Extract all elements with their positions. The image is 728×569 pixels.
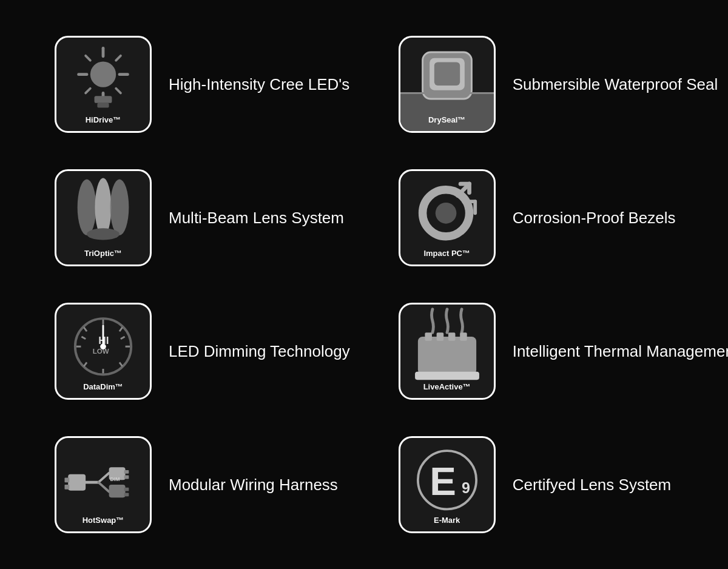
svg-rect-58 (124, 488, 129, 491)
svg-point-19 (87, 228, 120, 240)
trioptic-description: Multi-Beam Lens System (169, 209, 344, 227)
svg-rect-45 (448, 332, 456, 340)
impactpc-description: Corrosion-Proof Bezels (513, 209, 676, 227)
svg-line-40 (81, 337, 86, 339)
svg-line-41 (121, 337, 125, 339)
dryseal-description: Submersible Waterproof Seal (513, 75, 718, 94)
hidrive-icon-box: HiDrive™ (55, 36, 152, 133)
impactpc-label: Impact PC™ (423, 249, 470, 258)
svg-point-8 (90, 61, 116, 87)
svg-rect-46 (460, 332, 467, 340)
hidrive-label: HiDrive™ (86, 115, 121, 125)
svg-rect-47 (415, 372, 479, 380)
svg-point-16 (78, 179, 96, 235)
svg-line-7 (116, 89, 121, 93)
datadim-icon-box: HI LOW DataDim™ (55, 303, 152, 400)
svg-text:E: E (430, 459, 456, 503)
features-grid: HiDrive™ High-Intensity Cree LED's DrySe… (30, 18, 698, 551)
svg-line-53 (98, 482, 109, 491)
liveactive-label: LiveActive™ (423, 382, 471, 392)
svg-line-6 (86, 89, 90, 93)
svg-rect-10 (97, 103, 109, 108)
hotswap-description: Modular Wiring Harness (169, 476, 338, 494)
svg-text:9: 9 (462, 479, 470, 496)
svg-line-32 (84, 328, 87, 332)
feature-hidrive: HiDrive™ High-Intensity Cree LED's (30, 18, 374, 151)
datadim-description: LED Dimming Technology (169, 342, 350, 361)
svg-rect-9 (95, 96, 112, 103)
svg-rect-57 (109, 485, 126, 497)
svg-rect-56 (124, 476, 129, 479)
svg-rect-44 (436, 332, 443, 340)
liveactive-icon-box: LiveActive™ (399, 303, 496, 400)
svg-rect-49 (64, 477, 69, 482)
feature-dryseal: DrySeal™ Submersible Waterproof Seal (374, 18, 728, 151)
dryseal-label: DrySeal™ (428, 115, 465, 125)
svg-rect-14 (434, 62, 459, 86)
trioptic-label: TriOptic™ (84, 249, 122, 258)
hotswap-label: HotSwap™ (83, 516, 124, 525)
svg-rect-55 (124, 470, 129, 474)
svg-rect-42 (418, 337, 476, 375)
trioptic-icon-box: TriOptic™ (55, 169, 152, 266)
svg-rect-50 (64, 485, 69, 490)
svg-point-39 (100, 343, 106, 349)
svg-rect-59 (124, 493, 129, 496)
svg-line-33 (120, 362, 123, 366)
svg-line-52 (98, 473, 109, 482)
svg-text:LOW: LOW (93, 348, 109, 355)
svg-rect-43 (425, 332, 432, 340)
feature-datadim: HI LOW DataDim™ LED Dimming Technology (30, 284, 374, 418)
feature-emark: E 9 E-Mark Certifyed Lens System (374, 418, 728, 551)
feature-trioptic: TriOptic™ Multi-Beam Lens System (30, 151, 374, 284)
svg-line-5 (116, 56, 121, 61)
svg-rect-48 (68, 474, 86, 491)
hotswap-icon-box: DIM HotSwap™ (55, 436, 152, 533)
svg-text:DIM: DIM (110, 476, 120, 482)
hidrive-description: High-Intensity Cree LED's (169, 75, 349, 94)
svg-line-34 (120, 328, 123, 332)
svg-line-4 (86, 56, 90, 61)
svg-point-18 (110, 179, 129, 235)
emark-description: Certifyed Lens System (513, 476, 672, 494)
svg-point-21 (435, 203, 456, 224)
dryseal-icon-box: DrySeal™ (399, 36, 496, 133)
feature-impactpc: Impact PC™ Corrosion-Proof Bezels (374, 151, 728, 284)
impactpc-icon-box: Impact PC™ (399, 169, 496, 266)
svg-line-35 (84, 362, 87, 366)
emark-icon-box: E 9 E-Mark (399, 436, 496, 533)
liveactive-description: Intelligent Thermal Management (513, 342, 728, 361)
feature-hotswap: DIM HotSwap™ Modular Wiring Harness (30, 418, 374, 551)
svg-point-17 (95, 178, 112, 237)
feature-liveactive: LiveActive™ Intelligent Thermal Manageme… (374, 284, 728, 418)
emark-label: E-Mark (434, 516, 460, 525)
datadim-label: DataDim™ (83, 382, 123, 392)
